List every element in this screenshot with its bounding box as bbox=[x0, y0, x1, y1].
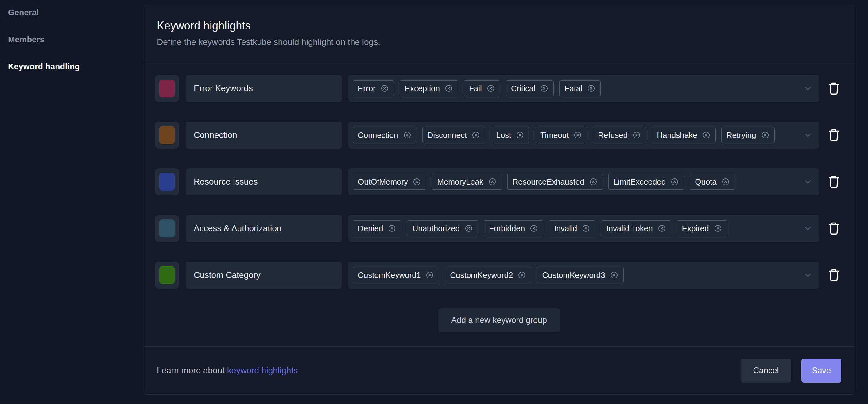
remove-keyword-icon[interactable] bbox=[670, 178, 679, 186]
remove-keyword-icon[interactable] bbox=[388, 224, 396, 233]
remove-keyword-icon[interactable] bbox=[587, 84, 595, 93]
add-keyword-group-button[interactable]: Add a new keyword group bbox=[438, 308, 560, 332]
keyword-chip-label: Forbidden bbox=[489, 224, 525, 232]
remove-keyword-icon[interactable] bbox=[403, 131, 412, 139]
remove-keyword-icon[interactable] bbox=[582, 224, 590, 233]
keyword-chip-label: Invalid Token bbox=[606, 224, 653, 232]
delete-group-button[interactable] bbox=[827, 127, 841, 143]
keyword-chip: MemoryLeak bbox=[432, 174, 501, 190]
keyword-chip: ResourceExhausted bbox=[507, 174, 603, 190]
add-row: Add a new keyword group bbox=[143, 308, 855, 346]
keyword-chip-label: Handshake bbox=[657, 131, 698, 139]
remove-keyword-icon[interactable] bbox=[761, 131, 770, 139]
remove-keyword-icon[interactable] bbox=[589, 178, 598, 186]
delete-group-button[interactable] bbox=[827, 220, 841, 237]
group-color-picker[interactable] bbox=[155, 261, 179, 288]
keyword-chip: CustomKeyword2 bbox=[445, 267, 531, 283]
chevron-down-icon[interactable] bbox=[803, 224, 812, 233]
remove-keyword-icon[interactable] bbox=[412, 178, 421, 186]
group-color-swatch bbox=[159, 173, 175, 191]
remove-keyword-icon[interactable] bbox=[487, 84, 495, 93]
keyword-chip-label: CustomKeyword2 bbox=[450, 271, 513, 279]
sidebar-item-keyword-handling[interactable]: Keyword handling bbox=[8, 61, 143, 73]
group-name-input[interactable] bbox=[186, 215, 342, 242]
group-name-input[interactable] bbox=[186, 168, 342, 195]
delete-group-button[interactable] bbox=[827, 267, 841, 283]
remove-keyword-icon[interactable] bbox=[425, 271, 434, 279]
settings-sidebar: General Members Keyword handling bbox=[0, 0, 143, 404]
footer-actions: Cancel Save bbox=[741, 359, 841, 382]
remove-keyword-icon[interactable] bbox=[574, 131, 582, 139]
remove-keyword-icon[interactable] bbox=[518, 271, 526, 279]
keyword-group-row: DeniedUnauthorizedForbiddenInvalidInvali… bbox=[155, 215, 841, 242]
keyword-chip: Connection bbox=[353, 127, 417, 143]
delete-group-button[interactable] bbox=[827, 174, 841, 190]
keyword-chip: Handshake bbox=[652, 127, 716, 143]
keyword-chip: Retrying bbox=[721, 127, 775, 143]
group-color-picker[interactable] bbox=[155, 215, 179, 242]
remove-keyword-icon[interactable] bbox=[657, 224, 666, 233]
group-color-picker[interactable] bbox=[155, 122, 179, 149]
keyword-chip: OutOfMemory bbox=[353, 174, 426, 190]
chevron-down-icon[interactable] bbox=[803, 84, 812, 93]
keyword-chip: Critical bbox=[506, 81, 554, 96]
save-button[interactable]: Save bbox=[801, 359, 841, 382]
remove-keyword-icon[interactable] bbox=[529, 224, 538, 233]
group-keywords-input[interactable]: ErrorExceptionFailCriticalFatal bbox=[348, 75, 819, 102]
group-name-input[interactable] bbox=[186, 122, 342, 149]
keyword-chip: Lost bbox=[491, 127, 529, 143]
group-name-input[interactable] bbox=[186, 261, 342, 288]
keyword-group-row: CustomKeyword1CustomKeyword2CustomKeywor… bbox=[155, 261, 841, 288]
remove-keyword-icon[interactable] bbox=[488, 178, 497, 186]
keyword-highlights-link[interactable]: keyword highlights bbox=[227, 366, 298, 375]
group-color-picker[interactable] bbox=[155, 168, 179, 195]
keyword-chip: Timeout bbox=[535, 127, 587, 143]
keyword-chip-label: Connection bbox=[358, 131, 398, 139]
group-color-swatch bbox=[159, 266, 175, 284]
keyword-chip-label: CustomKeyword1 bbox=[358, 271, 421, 279]
remove-keyword-icon[interactable] bbox=[516, 131, 524, 139]
keyword-chip-label: Invalid bbox=[554, 224, 577, 232]
chevron-down-icon[interactable] bbox=[803, 130, 812, 140]
keyword-chip: Quota bbox=[690, 174, 735, 190]
keyword-chip-label: Retrying bbox=[726, 131, 756, 139]
keyword-chip-label: Fail bbox=[469, 85, 482, 92]
remove-keyword-icon[interactable] bbox=[632, 131, 641, 139]
keyword-chip: Disconnect bbox=[422, 127, 486, 143]
keyword-chip: CustomKeyword1 bbox=[353, 267, 439, 283]
remove-keyword-icon[interactable] bbox=[610, 271, 618, 279]
remove-keyword-icon[interactable] bbox=[380, 84, 389, 93]
group-keywords-input[interactable]: CustomKeyword1CustomKeyword2CustomKeywor… bbox=[348, 261, 819, 288]
group-keywords-input[interactable]: OutOfMemoryMemoryLeakResourceExhaustedLi… bbox=[348, 168, 819, 195]
keyword-chip: Forbidden bbox=[484, 220, 543, 237]
remove-keyword-icon[interactable] bbox=[444, 84, 453, 93]
chevron-down-icon[interactable] bbox=[803, 177, 812, 186]
remove-keyword-icon[interactable] bbox=[702, 131, 711, 139]
group-color-swatch bbox=[159, 219, 175, 237]
keyword-chip: Invalid bbox=[549, 220, 595, 237]
keyword-chip-label: Error bbox=[358, 85, 376, 92]
sidebar-item-members[interactable]: Members bbox=[8, 34, 143, 46]
keyword-chip-label: MemoryLeak bbox=[437, 178, 483, 186]
keyword-chip: Unauthorized bbox=[407, 220, 478, 237]
keyword-chip-label: Lost bbox=[496, 131, 511, 139]
card-footer: Learn more about keyword highlights Canc… bbox=[143, 346, 855, 395]
keyword-group-row: ConnectionDisconnectLostTimeoutRefusedHa… bbox=[155, 122, 841, 149]
remove-keyword-icon[interactable] bbox=[714, 224, 722, 233]
remove-keyword-icon[interactable] bbox=[540, 84, 549, 93]
sidebar-item-general[interactable]: General bbox=[8, 7, 143, 19]
keyword-highlights-card: Keyword highlights Define the keywords T… bbox=[143, 5, 855, 395]
remove-keyword-icon[interactable] bbox=[721, 178, 730, 186]
remove-keyword-icon[interactable] bbox=[471, 131, 480, 139]
keyword-chip-label: Refused bbox=[598, 131, 628, 139]
group-color-picker[interactable] bbox=[155, 75, 179, 102]
chevron-down-icon[interactable] bbox=[803, 271, 812, 280]
group-name-input[interactable] bbox=[186, 75, 342, 102]
group-color-swatch bbox=[159, 80, 175, 97]
remove-keyword-icon[interactable] bbox=[464, 224, 473, 233]
group-keywords-input[interactable]: ConnectionDisconnectLostTimeoutRefusedHa… bbox=[348, 122, 819, 149]
group-keywords-input[interactable]: DeniedUnauthorizedForbiddenInvalidInvali… bbox=[348, 215, 819, 242]
delete-group-button[interactable] bbox=[827, 81, 841, 96]
keyword-chip: LimitExceeded bbox=[608, 174, 684, 190]
cancel-button[interactable]: Cancel bbox=[741, 359, 791, 382]
